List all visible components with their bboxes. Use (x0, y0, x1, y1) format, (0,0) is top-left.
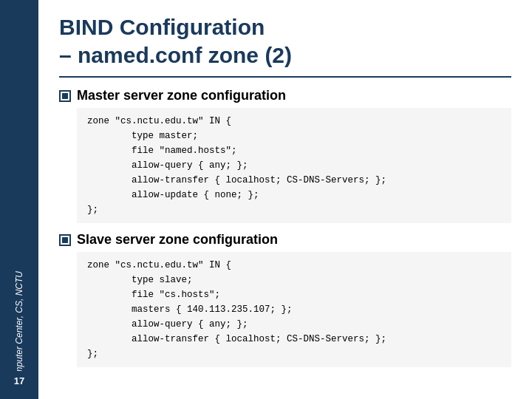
master-section-title: Master server zone configuration (77, 88, 286, 103)
slave-checkbox-icon (59, 234, 71, 246)
slave-section-title: Slave server zone configuration (77, 232, 278, 248)
page-title: BIND Configuration – named.conf zone (2) (59, 13, 511, 69)
slave-section-header: Slave server zone configuration (59, 232, 511, 248)
title-divider (59, 76, 511, 78)
slave-code-block: zone "cs.nctu.edu.tw" IN { type slave; f… (77, 252, 511, 367)
sidebar: Computer Center, CS, NCTU (0, 0, 38, 399)
master-section-header: Master server zone configuration (59, 88, 511, 103)
title-block: BIND Configuration – named.conf zone (2) (59, 13, 511, 69)
slave-section: Slave server zone configuration zone "cs… (59, 232, 511, 367)
page-number: 17 (6, 371, 33, 390)
master-code-block: zone "cs.nctu.edu.tw" IN { type master; … (77, 108, 511, 223)
master-checkbox-icon (59, 90, 71, 102)
main-content: BIND Configuration – named.conf zone (2)… (38, 0, 532, 399)
master-section: Master server zone configuration zone "c… (59, 88, 511, 223)
sidebar-label: Computer Center, CS, NCTU (13, 271, 26, 386)
